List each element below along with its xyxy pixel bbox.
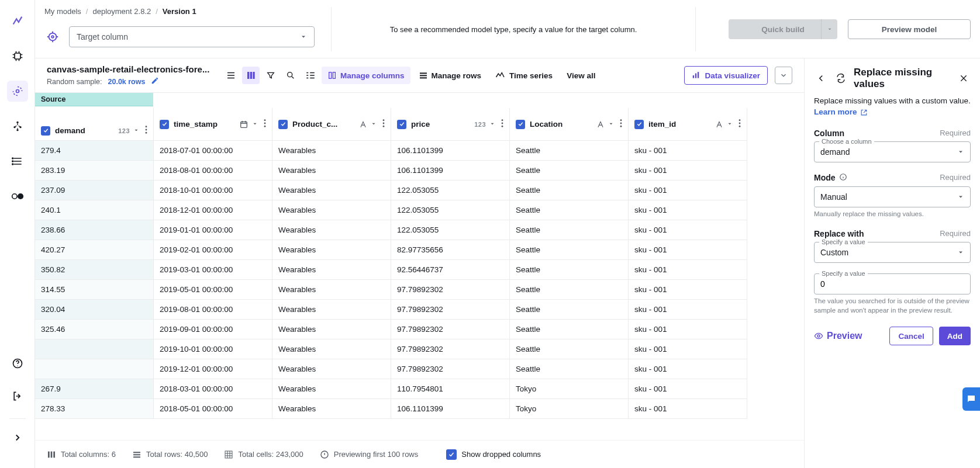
column-header-demand[interactable]: Sourcedemand123	[35, 108, 154, 141]
svg-rect-16	[250, 72, 252, 79]
nav-logo-icon[interactable]	[7, 11, 28, 32]
preview-model-button[interactable]: Preview model	[848, 19, 971, 39]
column-select[interactable]: Choose a column demand	[814, 141, 971, 162]
column-header-Location[interactable]: Location	[510, 108, 629, 141]
column-menu-icon[interactable]	[739, 119, 741, 129]
manage-rows-button[interactable]: Manage rows	[413, 67, 488, 84]
column-checkbox[interactable]	[160, 120, 169, 129]
table-cell: 97.79892302	[391, 320, 510, 339]
panel-back-icon[interactable]	[814, 71, 828, 85]
nav-wrangler-icon[interactable]	[7, 81, 28, 102]
svg-point-1	[16, 90, 19, 93]
chat-fab-icon[interactable]	[962, 387, 980, 411]
table-row: 279.42018-07-01 00:00:00Wearables106.110…	[35, 141, 804, 161]
nav-chip-icon[interactable]	[7, 46, 28, 67]
table-cell: 97.79892302	[391, 280, 510, 300]
crumb-deployment[interactable]: deployment 2.8.2	[92, 7, 151, 16]
column-type-dropdown-icon[interactable]	[489, 120, 495, 129]
table-cell: 97.79892302	[391, 359, 510, 379]
target-column-select[interactable]: Target column	[69, 26, 315, 47]
column-menu-icon[interactable]	[264, 119, 266, 129]
nav-logout-icon[interactable]	[7, 386, 28, 407]
column-menu-icon[interactable]	[145, 126, 147, 136]
panel-close-icon[interactable]	[957, 71, 971, 85]
column-type-dropdown-icon[interactable]	[133, 126, 139, 135]
manage-columns-button[interactable]: Manage columns	[322, 67, 410, 84]
svg-point-10	[18, 193, 23, 199]
search-icon[interactable]	[282, 67, 299, 84]
mode-info-icon[interactable]	[839, 173, 847, 183]
cancel-button[interactable]: Cancel	[889, 327, 933, 345]
table-cell: 2018-07-01 00:00:00	[154, 141, 272, 161]
breadcrumb-sep: /	[86, 7, 88, 16]
time-series-button[interactable]: Time series	[489, 67, 558, 84]
table-cell: 110.7954801	[391, 379, 510, 399]
table-cell: 97.79892302	[391, 300, 510, 320]
edit-sample-icon[interactable]	[151, 77, 159, 86]
table-cell: sku - 001	[629, 399, 747, 419]
nav-list-icon[interactable]	[7, 151, 28, 172]
table-row: 278.332018-05-01 00:00:00Wearables106.11…	[35, 399, 804, 419]
specify-value-field[interactable]	[820, 279, 964, 289]
dataset-more-icon[interactable]	[775, 67, 792, 84]
table-cell: Wearables	[272, 379, 391, 399]
nav-collapse-icon[interactable]	[7, 427, 28, 448]
footer-previewing: Previewing first 100 rows	[334, 450, 419, 459]
column-menu-icon[interactable]	[501, 119, 503, 129]
view-grid-icon[interactable]	[242, 67, 260, 84]
svg-rect-21	[420, 72, 427, 74]
column-checkbox[interactable]	[278, 120, 288, 129]
column-menu-icon[interactable]	[382, 119, 385, 129]
table-row: 283.192018-08-01 00:00:00Wearables106.11…	[35, 161, 804, 181]
column-header-item_id[interactable]: item_id	[629, 108, 747, 141]
dataset-sample-label: Random sample:	[47, 78, 102, 86]
table-cell: Seattle	[510, 220, 629, 240]
table-cell: 325.46	[35, 320, 154, 339]
column-type-dropdown-icon[interactable]	[608, 120, 614, 129]
svg-point-36	[383, 126, 385, 127]
nav-help-icon[interactable]	[7, 353, 28, 374]
column-menu-icon[interactable]	[620, 119, 622, 129]
column-name: time_stamp	[174, 120, 218, 129]
svg-rect-49	[133, 452, 140, 453]
svg-point-13	[49, 33, 57, 41]
nav-toggle-icon[interactable]	[7, 186, 28, 207]
learn-more-link[interactable]: Learn more	[814, 108, 868, 116]
view-list-icon[interactable]	[222, 67, 240, 84]
preview-button[interactable]: Preview	[814, 331, 862, 341]
show-dropped-checkbox[interactable]	[446, 449, 457, 460]
column-header-time_stamp[interactable]: time_stamp	[154, 108, 272, 141]
filter-icon[interactable]	[262, 67, 279, 84]
column-type-dropdown-icon[interactable]	[252, 120, 258, 129]
column-checkbox[interactable]	[516, 120, 525, 129]
specify-value-input[interactable]: Specify a value	[814, 273, 971, 294]
svg-point-44	[739, 123, 741, 124]
nav-flow-icon[interactable]	[7, 116, 28, 137]
table-footer: Total columns: 6 Total rows: 40,500 Tota…	[35, 440, 804, 468]
table-cell: 2019-03-01 00:00:00	[154, 260, 272, 280]
svg-point-2	[16, 122, 18, 123]
dataset-rows-link[interactable]: 20.0k rows	[108, 78, 146, 86]
steps-icon[interactable]	[302, 67, 319, 84]
view-all-button[interactable]: View all	[561, 67, 601, 84]
table-cell: Wearables	[272, 280, 391, 300]
column-checkbox[interactable]	[634, 120, 644, 129]
column-checkbox[interactable]	[397, 120, 406, 129]
panel-title: Replace missing values	[854, 67, 951, 90]
column-type-dropdown-icon[interactable]	[371, 120, 377, 129]
replace-with-select[interactable]: Specify a value Custom	[814, 242, 971, 263]
add-button[interactable]: Add	[939, 327, 971, 345]
table-cell: Wearables	[272, 240, 391, 260]
table-row: 320.042019-08-01 00:00:00Wearables97.798…	[35, 300, 804, 320]
column-header-Product_c...[interactable]: Product_c...	[272, 108, 391, 141]
show-dropped-label: Show dropped columns	[461, 450, 541, 459]
column-type-dropdown-icon[interactable]	[727, 120, 733, 129]
dataset-bar: canvas-sample-retail-electronics-fore...…	[35, 58, 804, 93]
column-checkbox[interactable]	[41, 126, 50, 136]
svg-point-35	[383, 123, 385, 124]
data-visualizer-button[interactable]: Data visualizer	[684, 66, 768, 85]
mode-select[interactable]: Manual	[814, 186, 971, 207]
specify-hint: The value you searched for is outside of…	[814, 297, 971, 315]
column-header-price[interactable]: price123	[391, 108, 510, 141]
crumb-my-models[interactable]: My models	[44, 7, 81, 16]
